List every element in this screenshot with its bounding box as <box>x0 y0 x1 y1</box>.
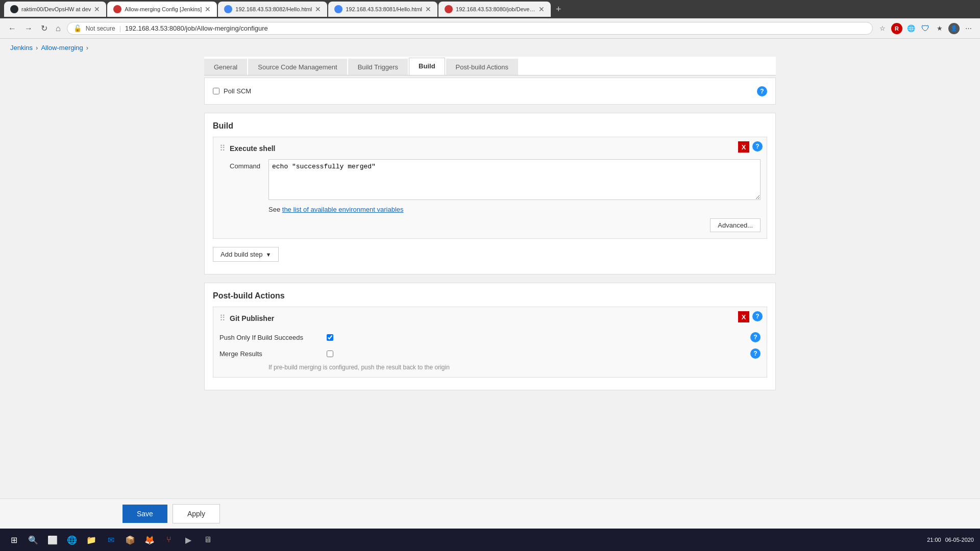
poll-scm-row: Poll SCM <box>213 83 251 99</box>
git-publisher-close-button[interactable]: X <box>738 311 749 322</box>
advanced-button[interactable]: Advanced... <box>710 218 761 232</box>
execute-shell-title: Execute shell <box>230 144 276 153</box>
tab-github-label: raktim00/DevOpsHW at dev <box>21 6 91 12</box>
develop-favicon <box>445 5 453 13</box>
forward-button[interactable]: → <box>22 22 35 35</box>
tab-hello2-close[interactable]: ✕ <box>425 5 431 13</box>
browser-toolbar: ← → ↻ ⌂ 🔓 Not secure | 192.168.43.53:808… <box>0 18 980 39</box>
tab-hello2-label: 192.168.43.53:8081/Hello.html <box>346 6 422 12</box>
tab-build[interactable]: Build <box>409 58 445 75</box>
tab-post-build[interactable]: Post-build Actions <box>446 59 518 75</box>
git-publisher-help-icon[interactable]: ? <box>752 311 763 321</box>
push-only-checkbox[interactable] <box>327 334 333 341</box>
tab-build-triggers[interactable]: Build Triggers <box>348 59 408 75</box>
tab-jenkins-label: Allow-merging Config [Jenkins] <box>125 6 202 12</box>
merge-results-label: Merge Results <box>219 350 322 358</box>
build-section-title: Build <box>213 121 767 131</box>
push-only-label: Push Only If Build Succeeds <box>219 334 322 341</box>
tab-bar: raktim00/DevOpsHW at dev ✕ Allow-merging… <box>0 0 980 18</box>
push-only-help-icon[interactable]: ? <box>750 332 761 342</box>
command-textarea[interactable]: echo "successfully merged" <box>268 159 761 200</box>
command-label: Command <box>219 159 260 170</box>
build-section: Build X ? ⠿ Execute shell Command echo "… <box>204 113 776 274</box>
menu-icon[interactable]: ⋯ <box>963 23 974 34</box>
globe-icon[interactable]: 🌐 <box>905 23 917 34</box>
add-build-step-button[interactable]: Add build step ▼ <box>213 247 279 262</box>
drag-handle-icon: ⠿ <box>219 143 226 153</box>
github-favicon <box>10 5 18 13</box>
breadcrumb-sep2: › <box>86 44 88 52</box>
merge-results-row: Merge Results ? <box>219 345 761 362</box>
add-build-step-label: Add build step <box>220 251 262 258</box>
extensions-icon[interactable]: R <box>891 23 902 34</box>
save-button[interactable]: Save <box>122 505 167 523</box>
git-publisher-header: ⠿ Git Publisher <box>219 313 761 323</box>
tab-jenkins-active[interactable]: Allow-merging Config [Jenkins] ✕ <box>107 2 217 17</box>
home-button[interactable]: ⌂ <box>54 22 63 35</box>
git-publisher-drag-handle: ⠿ <box>219 313 226 323</box>
execute-shell-header: ⠿ Execute shell <box>219 143 761 153</box>
hello2-favicon <box>334 5 342 13</box>
merge-results-checkbox[interactable] <box>327 350 333 357</box>
merge-results-help-icon[interactable]: ? <box>750 348 761 359</box>
shield-icon[interactable]: 🛡 <box>920 23 931 34</box>
git-publisher-title: Git Publisher <box>230 314 274 322</box>
tab-hello2[interactable]: 192.168.43.53:8081/Hello.html ✕ <box>328 2 437 17</box>
tab-general[interactable]: General <box>204 59 247 75</box>
hello1-favicon <box>224 5 232 13</box>
toolbar-icons: ☆ R 🌐 🛡 ★ 👤 ⋯ <box>877 23 974 34</box>
tab-scm[interactable]: Source Code Management <box>248 59 347 75</box>
tab-develop[interactable]: 192.168.43.53:8080/job/Develop... ✕ <box>438 2 551 17</box>
reload-button[interactable]: ↻ <box>39 21 50 35</box>
poll-scm-checkbox[interactable] <box>213 88 219 94</box>
new-tab-button[interactable]: + <box>552 4 566 15</box>
star-collection-icon[interactable]: ★ <box>934 23 945 34</box>
bookmark-icon[interactable]: ☆ <box>877 23 888 34</box>
tab-github[interactable]: raktim00/DevOpsHW at dev ✕ <box>4 2 106 17</box>
allow-merging-breadcrumb-link[interactable]: Allow-merging <box>41 44 83 52</box>
git-publisher-actions: X ? <box>738 311 763 322</box>
execute-shell-close-button[interactable]: X <box>738 141 749 153</box>
tab-github-close[interactable]: ✕ <box>94 5 100 13</box>
jenkins-favicon <box>113 5 121 13</box>
merge-results-note: If pre-build merging is configured, push… <box>268 364 761 371</box>
config-tabs: General Source Code Management Build Tri… <box>204 57 776 76</box>
tab-jenkins-close[interactable]: ✕ <box>205 5 211 13</box>
not-secure-label: Not secure <box>86 25 115 32</box>
execute-shell-box: X ? ⠿ Execute shell Command echo "succes… <box>213 137 767 239</box>
browser-chrome: raktim00/DevOpsHW at dev ✕ Allow-merging… <box>0 0 980 39</box>
env-link-row: See the list of available environment va… <box>268 206 761 213</box>
jenkins-breadcrumb-link[interactable]: Jenkins <box>10 44 33 52</box>
command-field-row: Command echo "successfully merged" <box>219 159 761 202</box>
breadcrumb: Jenkins › Allow-merging › <box>0 39 980 57</box>
tab-develop-label: 192.168.43.53:8080/job/Develop... <box>456 6 535 12</box>
execute-shell-actions: X ? <box>738 141 763 153</box>
tab-hello1-close[interactable]: ✕ <box>315 5 321 13</box>
advanced-btn-row: Advanced... <box>219 218 761 232</box>
bottom-toolbar: Save Apply <box>0 498 980 529</box>
lock-icon: 🔓 <box>74 24 82 32</box>
push-only-row: Push Only If Build Succeeds ? <box>219 329 761 345</box>
post-build-section: Post-build Actions X ? ⠿ Git Publisher P… <box>204 283 776 390</box>
tab-develop-close[interactable]: ✕ <box>538 5 545 13</box>
poll-scm-help-icon[interactable]: ? <box>757 86 767 96</box>
address-bar[interactable]: 🔓 Not secure | 192.168.43.53:8080/job/Al… <box>67 22 873 35</box>
main-content: General Source Code Management Build Tri… <box>194 57 786 390</box>
apply-button[interactable]: Apply <box>173 504 220 523</box>
page-content: Jenkins › Allow-merging › General Source… <box>0 39 980 529</box>
profile-icon[interactable]: 👤 <box>948 23 960 34</box>
add-step-dropdown-arrow: ▼ <box>265 252 271 258</box>
env-variables-link[interactable]: the list of available environment variab… <box>282 206 404 213</box>
execute-shell-help-icon[interactable]: ? <box>752 141 763 152</box>
poll-scm-label: Poll SCM <box>224 87 251 95</box>
git-publisher-box: X ? ⠿ Git Publisher Push Only If Build S… <box>213 307 767 378</box>
tab-hello1-label: 192.168.43.53:8082/Hello.html <box>235 6 312 12</box>
breadcrumb-sep1: › <box>36 44 38 52</box>
command-input-wrapper: echo "successfully merged" <box>268 159 761 202</box>
post-build-title: Post-build Actions <box>213 291 767 300</box>
back-button[interactable]: ← <box>6 22 18 35</box>
address-text: 192.168.43.53:8080/job/Allow-merging/con… <box>125 24 866 32</box>
env-link-prefix: See <box>268 206 280 213</box>
tab-hello1[interactable]: 192.168.43.53:8082/Hello.html ✕ <box>218 2 327 17</box>
separator-bar: | <box>119 24 121 32</box>
